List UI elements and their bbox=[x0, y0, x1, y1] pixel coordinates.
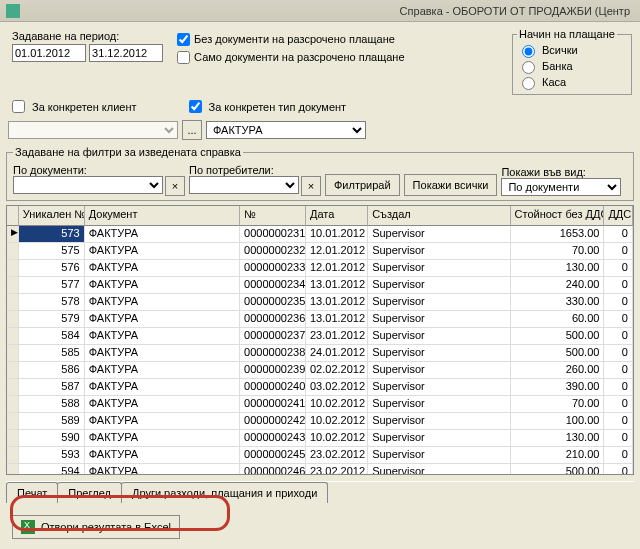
by-docs-clear[interactable]: × bbox=[165, 176, 185, 196]
row-indicator bbox=[7, 345, 19, 362]
cell-amt: 130.00 bbox=[511, 260, 605, 277]
cell-uid: 575 bbox=[19, 243, 85, 260]
table-row[interactable]: 586ФАКТУРА000000023902.02.2012Supervisor… bbox=[7, 362, 633, 379]
client-select[interactable] bbox=[8, 121, 178, 139]
col-amt[interactable]: Стойност без ДДС bbox=[511, 206, 605, 226]
cell-date: 02.02.2012 bbox=[306, 362, 368, 379]
tab-print[interactable]: Печат bbox=[6, 482, 58, 503]
chk-only-installment[interactable] bbox=[177, 51, 190, 64]
export-excel-label: Отвори резултата в Excel bbox=[41, 521, 171, 533]
cell-uid: 585 bbox=[19, 345, 85, 362]
chk-no-installment[interactable] bbox=[177, 33, 190, 46]
row-indicator bbox=[7, 311, 19, 328]
cell-num: 0000000240 bbox=[240, 379, 306, 396]
cell-vat: 0 bbox=[604, 277, 633, 294]
cell-date: 12.01.2012 bbox=[306, 243, 368, 260]
cell-amt: 210.00 bbox=[511, 447, 605, 464]
table-row[interactable]: 593ФАКТУРА000000024523.02.2012Supervisor… bbox=[7, 447, 633, 464]
table-row[interactable]: 578ФАКТУРА000000023513.01.2012Supervisor… bbox=[7, 294, 633, 311]
table-row[interactable]: 594ФАКТУРА000000024623.02.2012Supervisor… bbox=[7, 464, 633, 475]
cell-date: 03.02.2012 bbox=[306, 379, 368, 396]
period-to[interactable] bbox=[89, 44, 163, 62]
filter-button[interactable]: Филтрирай bbox=[325, 174, 400, 196]
cell-uid: 584 bbox=[19, 328, 85, 345]
period-box: Задаване на период: bbox=[6, 26, 169, 97]
radio-cash-label: Каса bbox=[542, 76, 566, 88]
row-indicator bbox=[7, 413, 19, 430]
table-row[interactable]: 590ФАКТУРА000000024310.02.2012Supervisor… bbox=[7, 430, 633, 447]
cell-uid: 589 bbox=[19, 413, 85, 430]
table-row[interactable]: 575ФАКТУРА000000023212.01.2012Supervisor… bbox=[7, 243, 633, 260]
cell-date: 12.01.2012 bbox=[306, 260, 368, 277]
cell-num: 0000000242 bbox=[240, 413, 306, 430]
col-uid[interactable]: Уникален № bbox=[19, 206, 85, 226]
tab-other[interactable]: Други разходи, плащания и приходи bbox=[121, 482, 328, 503]
table-row[interactable]: 589ФАКТУРА000000024210.02.2012Supervisor… bbox=[7, 413, 633, 430]
col-num[interactable]: № bbox=[240, 206, 306, 226]
cell-vat: 0 bbox=[604, 396, 633, 413]
chk-for-doctype[interactable] bbox=[189, 100, 202, 113]
doctype-select[interactable]: ФАКТУРА bbox=[206, 121, 366, 139]
cell-date: 10.02.2012 bbox=[306, 396, 368, 413]
table-row[interactable]: ▶573ФАКТУРА000000023110.01.2012Superviso… bbox=[7, 226, 633, 243]
cell-vat: 0 bbox=[604, 379, 633, 396]
cell-user: Supervisor bbox=[368, 379, 510, 396]
row-indicator bbox=[7, 277, 19, 294]
chk-for-client[interactable] bbox=[12, 100, 25, 113]
show-as-select[interactable]: По документи bbox=[501, 178, 621, 196]
row-indicator bbox=[7, 328, 19, 345]
cell-date: 10.01.2012 bbox=[306, 226, 368, 243]
radio-all-label: Всички bbox=[542, 44, 578, 56]
cell-user: Supervisor bbox=[368, 345, 510, 362]
cell-doc: ФАКТУРА bbox=[85, 396, 240, 413]
cell-vat: 0 bbox=[604, 430, 633, 447]
col-doc[interactable]: Документ bbox=[85, 206, 240, 226]
cell-num: 0000000235 bbox=[240, 294, 306, 311]
cell-vat: 0 bbox=[604, 464, 633, 475]
show-all-button[interactable]: Покажи всички bbox=[404, 174, 498, 196]
radio-all[interactable] bbox=[522, 45, 535, 58]
col-date[interactable]: Дата bbox=[306, 206, 368, 226]
cell-vat: 0 bbox=[604, 413, 633, 430]
tab-preview[interactable]: Преглед bbox=[57, 482, 122, 503]
cell-vat: 0 bbox=[604, 362, 633, 379]
cell-user: Supervisor bbox=[368, 311, 510, 328]
cell-amt: 500.00 bbox=[511, 464, 605, 475]
cell-uid: 573 bbox=[19, 226, 85, 243]
table-row[interactable]: 579ФАКТУРА000000023613.01.2012Supervisor… bbox=[7, 311, 633, 328]
row-indicator bbox=[7, 294, 19, 311]
by-users-select[interactable] bbox=[189, 176, 299, 194]
table-row[interactable]: 587ФАКТУРА000000024003.02.2012Supervisor… bbox=[7, 379, 633, 396]
table-row[interactable]: 588ФАКТУРА000000024110.02.2012Supervisor… bbox=[7, 396, 633, 413]
cell-date: 13.01.2012 bbox=[306, 311, 368, 328]
row-indicator bbox=[7, 430, 19, 447]
cell-uid: 587 bbox=[19, 379, 85, 396]
col-user[interactable]: Създал bbox=[368, 206, 510, 226]
cell-user: Supervisor bbox=[368, 328, 510, 345]
show-as-label: Покажи във вид: bbox=[501, 166, 621, 178]
period-from[interactable] bbox=[12, 44, 86, 62]
cell-vat: 0 bbox=[604, 243, 633, 260]
cell-doc: ФАКТУРА bbox=[85, 379, 240, 396]
cell-num: 0000000232 bbox=[240, 243, 306, 260]
result-grid: Уникален № Документ № Дата Създал Стойно… bbox=[6, 205, 634, 475]
export-excel-button[interactable]: Отвори резултата в Excel bbox=[12, 515, 180, 539]
cell-amt: 1653.00 bbox=[511, 226, 605, 243]
cell-vat: 0 bbox=[604, 328, 633, 345]
table-row[interactable]: 577ФАКТУРА000000023413.01.2012Supervisor… bbox=[7, 277, 633, 294]
cell-date: 23.02.2012 bbox=[306, 447, 368, 464]
table-row[interactable]: 585ФАКТУРА000000023824.01.2012Supervisor… bbox=[7, 345, 633, 362]
table-row[interactable]: 576ФАКТУРА000000023312.01.2012Supervisor… bbox=[7, 260, 633, 277]
cell-user: Supervisor bbox=[368, 464, 510, 475]
by-users-clear[interactable]: × bbox=[301, 176, 321, 196]
period-label: Задаване на период: bbox=[12, 30, 163, 42]
cell-amt: 390.00 bbox=[511, 379, 605, 396]
cell-date: 13.01.2012 bbox=[306, 277, 368, 294]
col-vat[interactable]: ДДС bbox=[604, 206, 633, 226]
radio-bank[interactable] bbox=[522, 61, 535, 74]
table-row[interactable]: 584ФАКТУРА000000023723.01.2012Supervisor… bbox=[7, 328, 633, 345]
by-docs-select[interactable] bbox=[13, 176, 163, 194]
cell-num: 0000000243 bbox=[240, 430, 306, 447]
radio-cash[interactable] bbox=[522, 77, 535, 90]
client-browse-button[interactable]: ... bbox=[182, 120, 202, 140]
